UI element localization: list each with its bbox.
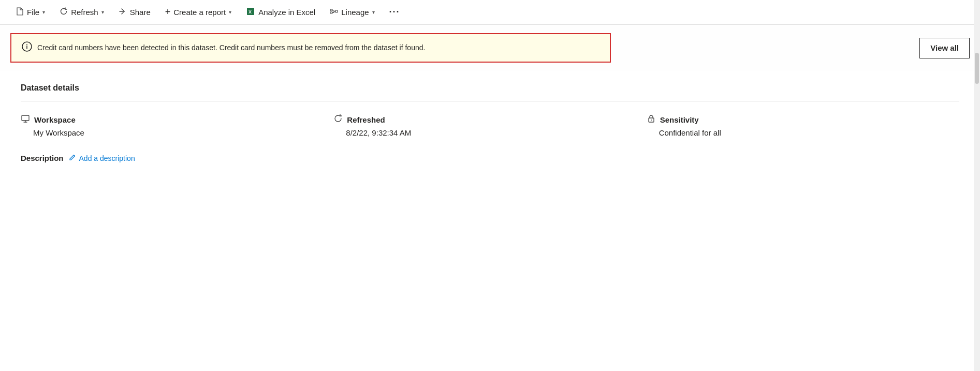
refreshed-label: Refreshed — [333, 114, 646, 125]
sensitivity-label: Sensitivity — [647, 114, 959, 125]
analyze-excel-label: Analyze in Excel — [258, 8, 315, 17]
dataset-fields-grid: Workspace My Workspace Refreshed 8/2/22,… — [21, 114, 959, 137]
more-icon: ··· — [389, 7, 400, 18]
sensitivity-field: Sensitivity Confidential for all — [647, 114, 959, 137]
svg-rect-9 — [22, 115, 29, 121]
alert-banner: Credit card numbers have been detected i… — [10, 33, 611, 63]
sensitivity-label-text: Sensitivity — [660, 115, 699, 124]
alert-area: Credit card numbers have been detected i… — [0, 25, 980, 71]
section-divider — [21, 101, 959, 101]
workspace-icon — [21, 114, 30, 125]
refreshed-value: 8/2/22, 9:32:34 AM — [333, 128, 646, 137]
lineage-icon — [330, 7, 338, 18]
toolbar: File ▾ Refresh ▾ Share + Create a report… — [0, 0, 980, 25]
add-description-text: Add a description — [79, 154, 135, 162]
add-description-button[interactable]: Add a description — [69, 154, 135, 162]
toolbar-analyze-excel-button[interactable]: X Analyze in Excel — [239, 2, 323, 23]
svg-point-8 — [26, 44, 27, 46]
lineage-chevron: ▾ — [372, 9, 375, 15]
view-all-button[interactable]: View all — [919, 38, 970, 58]
refresh-chevron: ▾ — [101, 9, 104, 15]
refreshed-label-text: Refreshed — [347, 115, 385, 124]
toolbar-lineage-button[interactable]: Lineage ▾ — [323, 2, 382, 23]
share-icon — [119, 7, 127, 18]
toolbar-more-button[interactable]: ··· — [382, 2, 407, 23]
toolbar-refresh-button[interactable]: Refresh ▾ — [52, 2, 111, 23]
refreshed-icon — [333, 114, 343, 125]
workspace-label: Workspace — [21, 114, 333, 125]
alert-message: Credit card numbers have been detected i… — [37, 43, 425, 53]
workspace-label-text: Workspace — [34, 115, 76, 124]
main-content: Credit card numbers have been detected i… — [0, 25, 980, 371]
share-label: Share — [130, 8, 151, 17]
refresh-label: Refresh — [71, 8, 98, 17]
analyze-excel-icon: X — [246, 7, 255, 18]
dataset-details-title: Dataset details — [21, 83, 959, 93]
scrollbar[interactable] — [974, 0, 980, 371]
file-label: File — [27, 8, 39, 17]
scrollbar-thumb[interactable] — [975, 53, 979, 84]
toolbar-create-report-button[interactable]: + Create a report ▾ — [158, 2, 239, 23]
dataset-details-section: Dataset details Workspace My Workspace — [0, 71, 980, 175]
sensitivity-icon — [647, 114, 656, 125]
toolbar-share-button[interactable]: Share — [111, 2, 158, 23]
svg-rect-2 — [330, 9, 332, 11]
svg-point-13 — [651, 120, 652, 121]
toolbar-file-button[interactable]: File ▾ — [8, 2, 52, 23]
lineage-label: Lineage — [341, 8, 369, 17]
file-chevron: ▾ — [42, 9, 45, 15]
description-row: Description Add a description — [21, 154, 959, 162]
svg-rect-4 — [335, 10, 338, 12]
create-report-icon: + — [165, 7, 171, 18]
svg-text:X: X — [248, 9, 252, 14]
file-icon — [16, 7, 24, 18]
edit-pencil-icon — [69, 154, 76, 162]
create-report-chevron: ▾ — [229, 9, 231, 15]
alert-info-icon — [22, 41, 32, 54]
description-label: Description — [21, 154, 64, 162]
create-report-label: Create a report — [173, 8, 226, 17]
workspace-field: Workspace My Workspace — [21, 114, 333, 137]
refreshed-field: Refreshed 8/2/22, 9:32:34 AM — [333, 114, 646, 137]
sensitivity-value: Confidential for all — [647, 128, 959, 137]
refresh-icon — [60, 7, 68, 18]
workspace-value: My Workspace — [21, 128, 333, 137]
svg-rect-3 — [330, 12, 332, 13]
